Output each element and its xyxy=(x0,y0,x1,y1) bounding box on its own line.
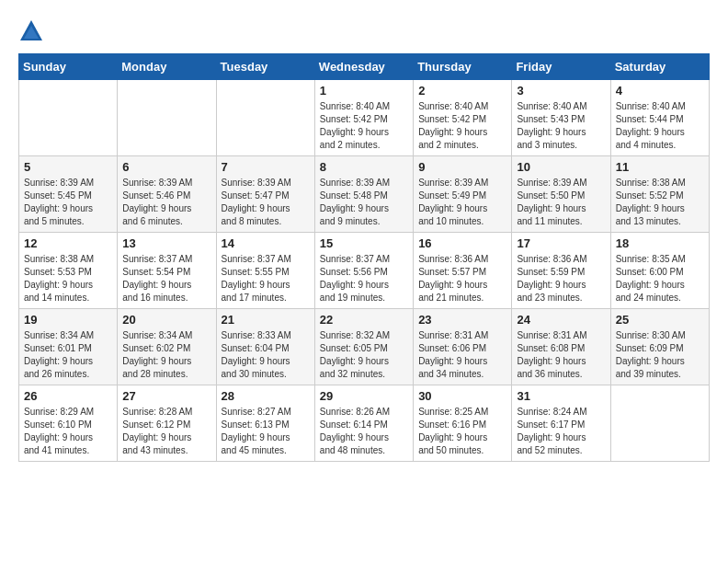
header xyxy=(18,18,710,44)
day-info: Sunrise: 8:33 AM Sunset: 6:04 PM Dayligh… xyxy=(222,329,310,381)
day-info: Sunrise: 8:39 AM Sunset: 5:45 PM Dayligh… xyxy=(24,177,112,228)
calendar-week-row: 19Sunrise: 8:34 AM Sunset: 6:01 PM Dayli… xyxy=(19,309,710,385)
day-number: 17 xyxy=(517,236,605,250)
weekday-header-tuesday: Tuesday xyxy=(216,54,314,80)
day-number: 22 xyxy=(320,313,408,327)
calendar-cell: 13Sunrise: 8:37 AM Sunset: 5:54 PM Dayli… xyxy=(118,233,216,309)
day-info: Sunrise: 8:39 AM Sunset: 5:50 PM Dayligh… xyxy=(517,177,605,228)
day-info: Sunrise: 8:40 AM Sunset: 5:42 PM Dayligh… xyxy=(418,100,506,152)
day-number: 15 xyxy=(320,236,408,250)
day-number: 8 xyxy=(320,160,408,174)
day-number: 10 xyxy=(517,160,605,174)
day-number: 6 xyxy=(122,160,210,174)
calendar-cell: 28Sunrise: 8:27 AM Sunset: 6:13 PM Dayli… xyxy=(216,385,314,462)
day-info: Sunrise: 8:32 AM Sunset: 6:05 PM Dayligh… xyxy=(320,329,408,381)
day-number: 27 xyxy=(122,389,210,403)
calendar-week-row: 12Sunrise: 8:38 AM Sunset: 5:53 PM Dayli… xyxy=(19,233,710,309)
day-info: Sunrise: 8:36 AM Sunset: 5:57 PM Dayligh… xyxy=(418,253,506,304)
calendar-cell: 6Sunrise: 8:39 AM Sunset: 5:46 PM Daylig… xyxy=(118,156,216,233)
day-number: 24 xyxy=(517,313,605,327)
calendar-cell: 7Sunrise: 8:39 AM Sunset: 5:47 PM Daylig… xyxy=(216,156,314,233)
calendar-cell: 19Sunrise: 8:34 AM Sunset: 6:01 PM Dayli… xyxy=(19,309,118,385)
calendar-header: SundayMondayTuesdayWednesdayThursdayFrid… xyxy=(19,54,710,80)
logo-icon xyxy=(18,18,44,44)
day-info: Sunrise: 8:40 AM Sunset: 5:42 PM Dayligh… xyxy=(320,100,408,152)
calendar-cell: 14Sunrise: 8:37 AM Sunset: 5:55 PM Dayli… xyxy=(216,233,314,309)
calendar-cell xyxy=(118,80,216,156)
day-number: 18 xyxy=(616,236,704,250)
calendar-cell: 17Sunrise: 8:36 AM Sunset: 5:59 PM Dayli… xyxy=(512,233,610,309)
day-info: Sunrise: 8:37 AM Sunset: 5:56 PM Dayligh… xyxy=(320,253,408,304)
day-number: 7 xyxy=(222,160,310,174)
weekday-header-thursday: Thursday xyxy=(414,54,512,80)
calendar-cell: 18Sunrise: 8:35 AM Sunset: 6:00 PM Dayli… xyxy=(610,233,709,309)
weekday-header-sunday: Sunday xyxy=(19,54,118,80)
day-number: 20 xyxy=(122,313,210,327)
day-number: 23 xyxy=(418,313,506,327)
calendar-cell: 27Sunrise: 8:28 AM Sunset: 6:12 PM Dayli… xyxy=(118,385,216,462)
day-number: 13 xyxy=(122,236,210,250)
day-number: 21 xyxy=(222,313,310,327)
day-info: Sunrise: 8:39 AM Sunset: 5:47 PM Dayligh… xyxy=(222,177,310,228)
calendar-cell xyxy=(19,80,118,156)
day-number: 2 xyxy=(418,84,506,98)
day-number: 31 xyxy=(517,389,605,403)
calendar-cell: 24Sunrise: 8:31 AM Sunset: 6:08 PM Dayli… xyxy=(512,309,610,385)
day-number: 1 xyxy=(320,84,408,98)
calendar-cell xyxy=(216,80,314,156)
calendar-cell: 12Sunrise: 8:38 AM Sunset: 5:53 PM Dayli… xyxy=(19,233,118,309)
day-number: 5 xyxy=(24,160,112,174)
day-number: 3 xyxy=(517,84,605,98)
day-number: 11 xyxy=(616,160,704,174)
day-info: Sunrise: 8:31 AM Sunset: 6:08 PM Dayligh… xyxy=(517,329,605,381)
day-number: 28 xyxy=(222,389,310,403)
calendar-week-row: 26Sunrise: 8:29 AM Sunset: 6:10 PM Dayli… xyxy=(19,385,710,462)
calendar-cell: 16Sunrise: 8:36 AM Sunset: 5:57 PM Dayli… xyxy=(414,233,512,309)
calendar-cell: 25Sunrise: 8:30 AM Sunset: 6:09 PM Dayli… xyxy=(610,309,709,385)
day-info: Sunrise: 8:38 AM Sunset: 5:53 PM Dayligh… xyxy=(24,253,112,304)
day-info: Sunrise: 8:37 AM Sunset: 5:54 PM Dayligh… xyxy=(122,253,210,304)
calendar-cell: 31Sunrise: 8:24 AM Sunset: 6:17 PM Dayli… xyxy=(512,385,610,462)
calendar-cell: 21Sunrise: 8:33 AM Sunset: 6:04 PM Dayli… xyxy=(216,309,314,385)
calendar-week-row: 1Sunrise: 8:40 AM Sunset: 5:42 PM Daylig… xyxy=(19,80,710,156)
calendar-cell: 29Sunrise: 8:26 AM Sunset: 6:14 PM Dayli… xyxy=(314,385,413,462)
day-number: 16 xyxy=(418,236,506,250)
weekday-header-row: SundayMondayTuesdayWednesdayThursdayFrid… xyxy=(19,54,710,80)
calendar-cell: 20Sunrise: 8:34 AM Sunset: 6:02 PM Dayli… xyxy=(118,309,216,385)
day-info: Sunrise: 8:29 AM Sunset: 6:10 PM Dayligh… xyxy=(24,406,112,457)
day-number: 12 xyxy=(24,236,112,250)
day-info: Sunrise: 8:34 AM Sunset: 6:02 PM Dayligh… xyxy=(122,329,210,381)
calendar-cell: 23Sunrise: 8:31 AM Sunset: 6:06 PM Dayli… xyxy=(414,309,512,385)
weekday-header-saturday: Saturday xyxy=(610,54,709,80)
weekday-header-wednesday: Wednesday xyxy=(314,54,413,80)
calendar-cell: 11Sunrise: 8:38 AM Sunset: 5:52 PM Dayli… xyxy=(610,156,709,233)
day-number: 30 xyxy=(418,389,506,403)
day-number: 29 xyxy=(320,389,408,403)
calendar-body: 1Sunrise: 8:40 AM Sunset: 5:42 PM Daylig… xyxy=(19,80,710,462)
calendar-cell: 8Sunrise: 8:39 AM Sunset: 5:48 PM Daylig… xyxy=(314,156,413,233)
calendar-cell: 1Sunrise: 8:40 AM Sunset: 5:42 PM Daylig… xyxy=(314,80,413,156)
calendar-cell: 4Sunrise: 8:40 AM Sunset: 5:44 PM Daylig… xyxy=(610,80,709,156)
day-info: Sunrise: 8:40 AM Sunset: 5:44 PM Dayligh… xyxy=(616,100,704,152)
day-info: Sunrise: 8:28 AM Sunset: 6:12 PM Dayligh… xyxy=(122,406,210,457)
day-info: Sunrise: 8:39 AM Sunset: 5:46 PM Dayligh… xyxy=(122,177,210,228)
day-info: Sunrise: 8:36 AM Sunset: 5:59 PM Dayligh… xyxy=(517,253,605,304)
day-number: 26 xyxy=(24,389,112,403)
day-info: Sunrise: 8:26 AM Sunset: 6:14 PM Dayligh… xyxy=(320,406,408,457)
calendar-cell xyxy=(610,385,709,462)
day-info: Sunrise: 8:37 AM Sunset: 5:55 PM Dayligh… xyxy=(222,253,310,304)
day-info: Sunrise: 8:25 AM Sunset: 6:16 PM Dayligh… xyxy=(418,406,506,457)
calendar-cell: 2Sunrise: 8:40 AM Sunset: 5:42 PM Daylig… xyxy=(414,80,512,156)
day-info: Sunrise: 8:40 AM Sunset: 5:43 PM Dayligh… xyxy=(517,100,605,152)
day-info: Sunrise: 8:35 AM Sunset: 6:00 PM Dayligh… xyxy=(616,253,704,304)
day-number: 19 xyxy=(24,313,112,327)
calendar-cell: 5Sunrise: 8:39 AM Sunset: 5:45 PM Daylig… xyxy=(19,156,118,233)
calendar-cell: 10Sunrise: 8:39 AM Sunset: 5:50 PM Dayli… xyxy=(512,156,610,233)
calendar-cell: 22Sunrise: 8:32 AM Sunset: 6:05 PM Dayli… xyxy=(314,309,413,385)
day-number: 4 xyxy=(616,84,704,98)
calendar-week-row: 5Sunrise: 8:39 AM Sunset: 5:45 PM Daylig… xyxy=(19,156,710,233)
calendar-cell: 15Sunrise: 8:37 AM Sunset: 5:56 PM Dayli… xyxy=(314,233,413,309)
calendar-table: SundayMondayTuesdayWednesdayThursdayFrid… xyxy=(18,53,710,462)
day-info: Sunrise: 8:24 AM Sunset: 6:17 PM Dayligh… xyxy=(517,406,605,457)
day-info: Sunrise: 8:27 AM Sunset: 6:13 PM Dayligh… xyxy=(222,406,310,457)
